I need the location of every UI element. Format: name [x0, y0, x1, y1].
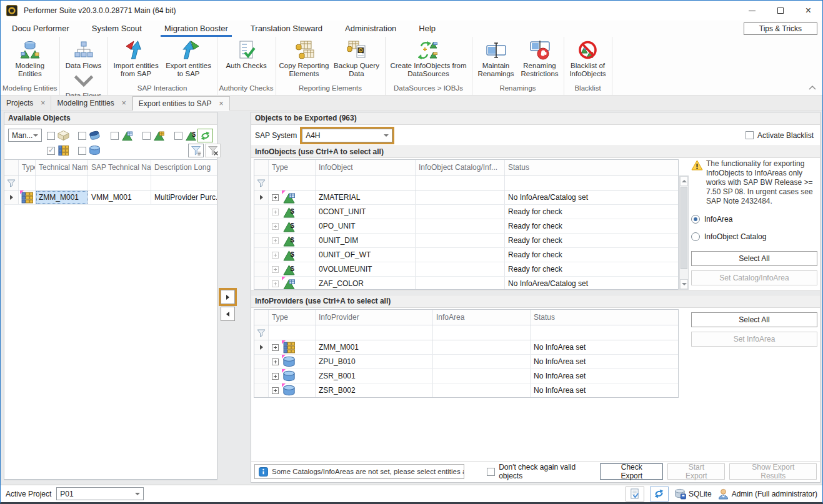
- import-entities-button[interactable]: Import entities from SAP: [110, 37, 162, 78]
- infoarea-radio-option[interactable]: InfoArea: [691, 215, 817, 224]
- table-row[interactable]: ZMM_M001 No InfoArea set: [254, 340, 678, 355]
- column-header[interactable]: Type: [19, 160, 36, 175]
- infoobject-cell[interactable]: ZMATERIAL: [316, 190, 416, 204]
- infoobject-cell[interactable]: 0VOLUMEUNIT: [316, 262, 416, 276]
- doc-tab-projects[interactable]: Projects ×: [1, 96, 51, 110]
- tab-help[interactable]: Help: [419, 21, 436, 37]
- filter-cell[interactable]: [416, 175, 505, 190]
- table-row[interactable]: 0UNIT_OF_WT Ready for check: [254, 248, 678, 262]
- infoobject-catalog-radio-option[interactable]: InfoObject Catalog: [691, 232, 817, 241]
- filter-cell[interactable]: [269, 175, 316, 190]
- column-header[interactable]: Type: [269, 310, 316, 325]
- filter-dso[interactable]: [78, 145, 101, 156]
- technical-name-cell[interactable]: ZMM_M001: [36, 190, 88, 204]
- column-header[interactable]: InfoObject Catalog/Inf...: [416, 160, 505, 175]
- catalog-cell[interactable]: [416, 277, 505, 290]
- filter-infocube[interactable]: [47, 130, 69, 141]
- modeling-entities-button[interactable]: Modeling Entities: [4, 37, 56, 78]
- filter-cell[interactable]: [269, 325, 316, 340]
- tab-migration-booster[interactable]: Migration Booster: [164, 21, 228, 37]
- copy-reporting-button[interactable]: Copy Reporting Elements: [278, 37, 331, 78]
- sync-button[interactable]: [650, 487, 669, 502]
- tab-translation-steward[interactable]: Translation Steward: [251, 21, 322, 37]
- log-button[interactable]: [626, 487, 644, 502]
- close-button[interactable]: ×: [794, 1, 822, 21]
- filter-cell[interactable]: [19, 175, 36, 190]
- description-cell[interactable]: MultiProvider Purc...: [151, 190, 217, 204]
- expand-icon[interactable]: [272, 344, 279, 351]
- filter-cell[interactable]: [531, 325, 678, 340]
- tab-docu-performer[interactable]: Docu Performer: [12, 21, 69, 37]
- filter-cell[interactable]: [316, 325, 433, 340]
- infoobject-cell[interactable]: 0CONT_UNIT: [316, 205, 416, 219]
- expand-icon[interactable]: [272, 237, 279, 244]
- filter-multiprovider[interactable]: [47, 145, 69, 156]
- renaming-restrictions-button[interactable]: Renaming Restrictions: [518, 37, 562, 78]
- infoarea-cell[interactable]: [433, 383, 531, 397]
- filter-cell[interactable]: [505, 175, 678, 190]
- create-infoobjects-button[interactable]: Create InfoObjects from DataSources: [387, 37, 470, 78]
- table-row[interactable]: 0PO_UNIT Ready for check: [254, 219, 678, 234]
- infoobject-cell[interactable]: 0PO_UNIT: [316, 219, 416, 233]
- catalog-cell[interactable]: [416, 234, 505, 247]
- tab-system-scout[interactable]: System Scout: [92, 21, 142, 37]
- infoprovider-cell[interactable]: ZSR_B001: [316, 369, 433, 383]
- vertical-scrollbar[interactable]: [679, 175, 689, 290]
- column-header[interactable]: InfoArea: [433, 310, 531, 325]
- filter-cell[interactable]: [316, 175, 416, 190]
- filter-key-figure[interactable]: [174, 130, 197, 141]
- filter-infoobject-grid[interactable]: [142, 130, 165, 141]
- multiprovider-checkbox[interactable]: [47, 147, 55, 155]
- infoobject-cell[interactable]: 0UNIT_OF_WT: [316, 248, 416, 262]
- filter-characteristic[interactable]: [111, 130, 133, 141]
- infoobject-cell[interactable]: ZAF_COLOR: [316, 277, 416, 290]
- close-icon[interactable]: ×: [41, 99, 45, 107]
- user-status[interactable]: Admin (Full administrator): [717, 488, 817, 500]
- close-icon[interactable]: ×: [122, 99, 126, 107]
- table-row[interactable]: ZSR_B002 No InfoArea set: [254, 383, 678, 398]
- set-infoarea-button[interactable]: Set InfoArea: [691, 332, 817, 347]
- table-row[interactable]: ZMATERIAL No InfoArea/Catalog set: [254, 190, 678, 205]
- table-row[interactable]: 0CONT_UNIT Ready for check: [254, 205, 678, 219]
- column-header[interactable]: Status: [531, 310, 678, 325]
- catalog-cell[interactable]: [416, 190, 505, 204]
- catalog-cell[interactable]: [416, 219, 505, 233]
- tab-administration[interactable]: Administration: [345, 21, 396, 37]
- infoobject-catalog-radio[interactable]: [691, 232, 700, 241]
- move-selected-left-button[interactable]: [221, 307, 235, 321]
- filter-edit-button[interactable]: [188, 144, 204, 157]
- maximize-button[interactable]: [766, 1, 794, 21]
- select-all-infoobjects-button[interactable]: Select All: [691, 251, 817, 266]
- minimize-button[interactable]: [738, 1, 766, 21]
- export-entities-button[interactable]: Export entities to SAP: [162, 37, 215, 78]
- expand-icon[interactable]: [272, 266, 279, 273]
- expand-icon[interactable]: [272, 373, 279, 380]
- table-row[interactable]: ZPU_B010 No InfoArea set: [254, 355, 678, 369]
- dont-check-option[interactable]: Don't check again valid objects: [487, 463, 600, 480]
- column-header[interactable]: Technical Name: [36, 160, 88, 175]
- table-row[interactable]: ZAF_COLOR No InfoArea/Catalog set: [254, 277, 678, 290]
- data-flows-button[interactable]: Data Flows: [62, 37, 106, 91]
- column-header[interactable]: Description Long: [151, 160, 217, 175]
- key-figure-checkbox[interactable]: [174, 132, 182, 140]
- doc-tab-modeling-entities[interactable]: Modeling Entities ×: [51, 96, 132, 110]
- filter-cell[interactable]: [151, 175, 217, 190]
- filter-cell[interactable]: [36, 175, 88, 190]
- select-all-infoproviders-button[interactable]: Select All: [691, 312, 817, 327]
- blacklist-infoobjects-button[interactable]: Blacklist of InfoObjects: [566, 37, 610, 78]
- tips-tricks-button[interactable]: Tips & Tricks: [744, 22, 817, 35]
- table-row[interactable]: 0VOLUMEUNIT Ready for check: [254, 262, 678, 277]
- close-icon[interactable]: ×: [219, 99, 224, 108]
- infoprovider-cell[interactable]: ZMM_M001: [316, 340, 433, 354]
- collapse-ribbon-icon[interactable]: [809, 86, 816, 90]
- table-row[interactable]: 0UNIT_DIM Ready for check: [254, 234, 678, 248]
- column-header[interactable]: InfoObject: [316, 160, 416, 175]
- scroll-up-icon[interactable]: [680, 176, 688, 186]
- infoarea-radio[interactable]: [691, 215, 700, 224]
- set-catalog-infoarea-button[interactable]: Set Catalog/InfoArea: [691, 270, 817, 285]
- expand-icon[interactable]: [272, 223, 279, 230]
- scroll-down-icon[interactable]: [680, 279, 688, 289]
- expand-icon[interactable]: [272, 358, 279, 365]
- scrollbar-thumb[interactable]: [681, 187, 687, 269]
- backup-query-button[interactable]: Backup Query Data: [331, 37, 383, 78]
